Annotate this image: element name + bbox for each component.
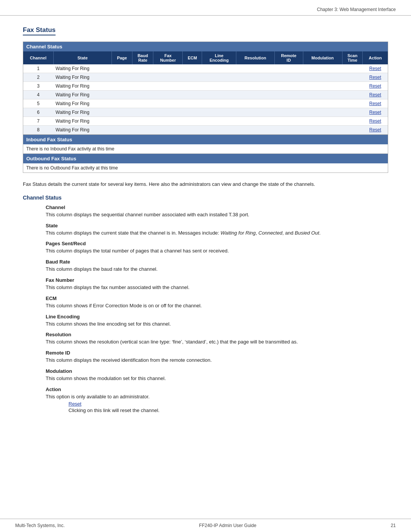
reset-link[interactable]: Reset <box>369 110 381 115</box>
cell-state: Waiting For Ring <box>53 126 112 134</box>
cell-resolution <box>236 108 274 117</box>
cell-modulation <box>303 82 342 91</box>
cell-line-encoding <box>202 64 236 73</box>
cell-scan-time <box>342 126 363 134</box>
cell-action: Reset <box>363 64 388 73</box>
term-desc-pages-sent-recd: This column displays the total number of… <box>46 247 388 255</box>
cell-channel: 1 <box>23 64 53 73</box>
cell-page <box>112 73 132 82</box>
term-title-resolution: Resolution <box>46 332 388 337</box>
term-title-channel: Channel <box>46 204 388 210</box>
channel-table: Channel State Page BaudRate FaxNumber EC… <box>23 51 388 134</box>
col-page: Page <box>112 51 132 64</box>
table-header-row: Channel State Page BaudRate FaxNumber EC… <box>23 51 388 64</box>
reset-link[interactable]: Reset <box>369 101 381 106</box>
term-block-channel: ChannelThis column displays the sequenti… <box>46 204 388 219</box>
term-desc-remote-id: This column displays the received identi… <box>46 356 388 364</box>
cell-channel: 8 <box>23 126 53 134</box>
cell-fax-number <box>153 126 183 134</box>
cell-remote-id <box>274 99 303 108</box>
cell-resolution <box>236 99 274 108</box>
col-baud-rate: BaudRate <box>132 51 153 64</box>
cell-baud-rate <box>132 73 153 82</box>
cell-baud-rate <box>132 108 153 117</box>
term-title-ecm: ECM <box>46 296 388 301</box>
cell-remote-id <box>274 64 303 73</box>
cell-ecm <box>183 91 202 99</box>
cell-page <box>112 117 132 126</box>
cell-scan-time <box>342 73 363 82</box>
cell-line-encoding <box>202 117 236 126</box>
table-row: 7 Waiting For Ring Reset <box>23 117 388 126</box>
term-title-action: Action <box>46 387 388 392</box>
cell-modulation <box>303 91 342 99</box>
cell-line-encoding <box>202 108 236 117</box>
cell-modulation <box>303 126 342 134</box>
cell-resolution <box>236 73 274 82</box>
cell-fax-number <box>153 73 183 82</box>
terms-container: ChannelThis column displays the sequenti… <box>23 204 388 415</box>
channel-status-section-header: Channel Status <box>23 42 388 51</box>
cell-action: Reset <box>363 108 388 117</box>
cell-channel: 6 <box>23 108 53 117</box>
col-resolution: Resolution <box>236 51 274 64</box>
reset-link[interactable]: Reset <box>369 127 381 133</box>
outbound-fax-header: Outbound Fax Status <box>23 154 388 163</box>
cell-scan-time <box>342 117 363 126</box>
cell-line-encoding <box>202 99 236 108</box>
table-row: 2 Waiting For Ring Reset <box>23 73 388 82</box>
cell-scan-time <box>342 82 363 91</box>
term-block-baud-rate: Baud RateThis column displays the baud r… <box>46 259 388 273</box>
cell-baud-rate <box>132 126 153 134</box>
term-block-ecm: ECMThis column shows if Error Correction… <box>46 296 388 310</box>
col-remote-id: RemoteID <box>274 51 303 64</box>
term-title-modulation: Modulation <box>46 368 388 374</box>
cell-fax-number <box>153 82 183 91</box>
col-fax-number: FaxNumber <box>153 51 183 64</box>
cell-baud-rate <box>132 99 153 108</box>
term-desc-state: This column displays the current state t… <box>46 229 388 237</box>
cell-scan-time <box>342 108 363 117</box>
reset-sub-block: ResetClicking on this link will reset th… <box>68 401 388 415</box>
cell-scan-time <box>342 91 363 99</box>
term-desc-baud-rate: This column displays the baud rate for t… <box>46 265 388 273</box>
cell-modulation <box>303 73 342 82</box>
col-state: State <box>53 51 112 64</box>
cell-resolution <box>236 82 274 91</box>
table-row: 1 Waiting For Ring Reset <box>23 64 388 73</box>
cell-fax-number <box>153 64 183 73</box>
cell-fax-number <box>153 99 183 108</box>
reset-link[interactable]: Reset <box>369 66 381 71</box>
cell-resolution <box>236 126 274 134</box>
table-row: 3 Waiting For Ring Reset <box>23 82 388 91</box>
cell-action: Reset <box>363 126 388 134</box>
reset-term-link[interactable]: Reset <box>68 401 81 407</box>
cell-modulation <box>303 64 342 73</box>
cell-page <box>112 64 132 73</box>
term-block-remote-id: Remote IDThis column displays the receiv… <box>46 350 388 364</box>
reset-link[interactable]: Reset <box>369 118 381 124</box>
page-header: Chapter 3: Web Management Interface <box>0 0 411 16</box>
cell-line-encoding <box>202 91 236 99</box>
cell-scan-time <box>342 64 363 73</box>
col-line-encoding: LineEncoding <box>202 51 236 64</box>
inbound-fax-section: Inbound Fax Status There is no Inbound F… <box>23 134 388 153</box>
cell-action: Reset <box>363 99 388 108</box>
cell-remote-id <box>274 91 303 99</box>
table-row: 8 Waiting For Ring Reset <box>23 126 388 134</box>
reset-link[interactable]: Reset <box>369 83 381 89</box>
cell-remote-id <box>274 73 303 82</box>
chapter-title: Chapter 3: Web Management Interface <box>317 7 396 12</box>
page-title: Fax Status <box>23 26 56 35</box>
cell-channel: 3 <box>23 82 53 91</box>
cell-page <box>112 99 132 108</box>
reset-link[interactable]: Reset <box>369 92 381 97</box>
cell-state: Waiting For Ring <box>53 99 112 108</box>
reset-link[interactable]: Reset <box>369 75 381 80</box>
cell-modulation <box>303 117 342 126</box>
term-title-remote-id: Remote ID <box>46 350 388 356</box>
cell-remote-id <box>274 126 303 134</box>
cell-channel: 5 <box>23 99 53 108</box>
cell-action: Reset <box>363 91 388 99</box>
term-block-line-encoding: Line EncodingThis column shows the line … <box>46 314 388 328</box>
